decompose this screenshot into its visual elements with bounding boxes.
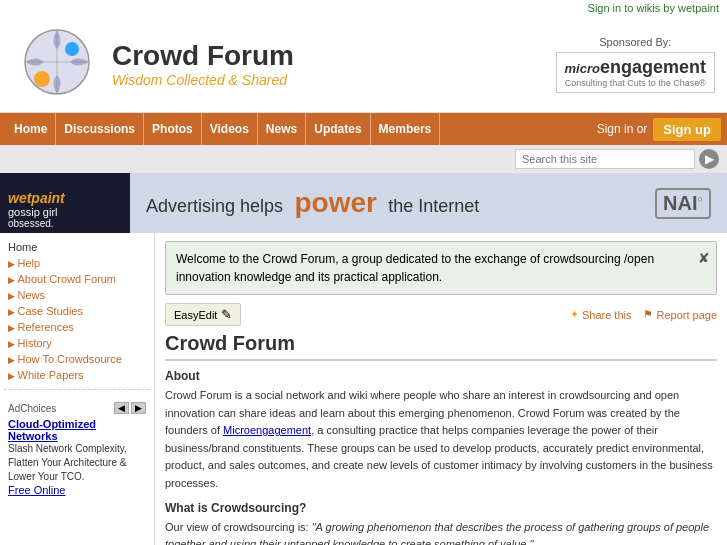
sidebar-item-whitepapers[interactable]: White Papers: [0, 367, 154, 383]
easyedit-button[interactable]: EasyEdit ✎: [165, 303, 241, 326]
report-button[interactable]: ⚑ Report page: [643, 308, 717, 321]
banner: wetpaint gossip girl obsessed. Advertisi…: [0, 173, 727, 233]
ad-nav: ◀ ▶: [114, 402, 146, 414]
search-input[interactable]: [515, 149, 695, 169]
ad-choices-label: AdChoices: [8, 403, 56, 414]
sidebar-item-references[interactable]: References: [0, 319, 154, 335]
top-bar: Sign in to wikis by wetpaint: [0, 0, 727, 16]
nav-photos[interactable]: Photos: [144, 113, 202, 145]
sidebar-item-news[interactable]: News: [0, 287, 154, 303]
edit-icon: ✎: [221, 307, 232, 322]
svg-point-4: [65, 42, 79, 56]
banner-brand-area: wetpaint gossip girl obsessed.: [0, 173, 130, 233]
ad-content: Cloud-Optimized Networks Slash Network C…: [8, 418, 146, 496]
ad-prev-button[interactable]: ◀: [114, 402, 129, 414]
banner-ad-suffix: the Internet: [388, 196, 479, 216]
ad-body: Slash Network Complexity, Flatten Your A…: [8, 442, 146, 484]
banner-power-word: power: [294, 187, 376, 218]
site-logo: [12, 24, 102, 104]
welcome-box: Welcome to the Crowd Forum, a group dedi…: [165, 241, 717, 295]
nav-videos[interactable]: Videos: [202, 113, 258, 145]
signup-button[interactable]: Sign up: [653, 118, 721, 141]
site-tagline: Wisdom Collected & Shared: [112, 72, 294, 88]
right-toolbar: ✦ Share this ⚑ Report page: [570, 308, 717, 321]
report-icon: ⚑: [643, 308, 653, 321]
nav-right: Sign in or Sign up: [597, 118, 721, 141]
search-bar: ▶: [0, 145, 727, 173]
banner-ad-text: Advertising helps: [146, 196, 283, 216]
ad-title[interactable]: Cloud-Optimized Networks: [8, 418, 146, 442]
main-content: Welcome to the Crowd Forum, a group dedi…: [155, 233, 727, 545]
section-about: About Crowd Forum is a social network an…: [165, 369, 717, 493]
what-heading: What is Crowdsourcing?: [165, 501, 717, 515]
sponsor-engagement: engagement: [600, 57, 706, 77]
sponsor-area: Sponsored By: microengagement Consulting…: [556, 36, 715, 93]
sidebar-ad: AdChoices ◀ ▶ Cloud-Optimized Networks S…: [0, 396, 154, 502]
about-heading: About: [165, 369, 717, 383]
sidebar-item-how-to[interactable]: How To Crowdsource: [0, 351, 154, 367]
ad-free-link[interactable]: Free Online: [8, 484, 146, 496]
title-area: Crowd Forum Wisdom Collected & Shared: [112, 40, 294, 88]
nav-news[interactable]: News: [258, 113, 306, 145]
signin-text: Sign in or: [597, 122, 648, 136]
search-button[interactable]: ▶: [699, 149, 719, 169]
ad-next-button[interactable]: ▶: [131, 402, 146, 414]
easyedit-label: EasyEdit: [174, 309, 217, 321]
sidebar-item-home[interactable]: Home: [0, 239, 154, 255]
nav-home[interactable]: Home: [6, 113, 56, 145]
content-wrapper: Home Help About Crowd Forum News Case St…: [0, 233, 727, 545]
what-text: Our view of crowdsourcing is: "A growing…: [165, 519, 717, 545]
banner-ad-container: Advertising helps power the Internet: [146, 187, 479, 219]
share-icon: ✦: [570, 308, 579, 321]
sponsor-label: Sponsored By:: [556, 36, 715, 48]
sidebar-item-help[interactable]: Help: [0, 255, 154, 271]
svg-point-3: [34, 71, 50, 87]
welcome-close-button[interactable]: ✘: [698, 248, 710, 269]
header: Crowd Forum Wisdom Collected & Shared Sp…: [0, 16, 727, 113]
sponsor-name: microengagement: [565, 57, 706, 78]
sponsor-tagline: Consulting that Cuts to the Chase®: [565, 78, 706, 88]
nav-updates[interactable]: Updates: [306, 113, 370, 145]
signin-wikis-link[interactable]: Sign in to wikis by wetpaint: [588, 2, 719, 14]
banner-show: gossip girl: [8, 206, 58, 218]
section-what: What is Crowdsourcing? Our view of crowd…: [165, 501, 717, 545]
nav-members[interactable]: Members: [371, 113, 441, 145]
microengagement-link[interactable]: Microengagement: [223, 424, 311, 436]
sidebar-divider: [4, 389, 150, 390]
navbar: Home Discussions Photos Videos News Upda…: [0, 113, 727, 145]
share-button[interactable]: ✦ Share this: [570, 308, 632, 321]
banner-main: Advertising helps power the Internet NAI…: [130, 173, 727, 233]
sponsor-box[interactable]: microengagement Consulting that Cuts to …: [556, 52, 715, 93]
about-text: Crowd Forum is a social network and wiki…: [165, 387, 717, 493]
sidebar-item-history[interactable]: History: [0, 335, 154, 351]
banner-obsessed: obsessed.: [8, 218, 54, 229]
welcome-text: Welcome to the Crowd Forum, a group dedi…: [176, 252, 654, 284]
site-title: Crowd Forum: [112, 40, 294, 72]
banner-nai: NAI○: [655, 188, 711, 219]
banner-brand: wetpaint: [8, 190, 65, 206]
page-title: Crowd Forum: [165, 332, 717, 361]
sidebar-item-about[interactable]: About Crowd Forum: [0, 271, 154, 287]
sponsor-micro: micro: [565, 61, 600, 76]
nav-links: Home Discussions Photos Videos News Upda…: [6, 113, 597, 145]
ad-header: AdChoices ◀ ▶: [8, 402, 146, 414]
logo-area: Crowd Forum Wisdom Collected & Shared: [12, 24, 556, 104]
sidebar-item-casestudies[interactable]: Case Studies: [0, 303, 154, 319]
sidebar: Home Help About Crowd Forum News Case St…: [0, 233, 155, 545]
nav-discussions[interactable]: Discussions: [56, 113, 144, 145]
toolbar: EasyEdit ✎ ✦ Share this ⚑ Report page: [165, 303, 717, 326]
